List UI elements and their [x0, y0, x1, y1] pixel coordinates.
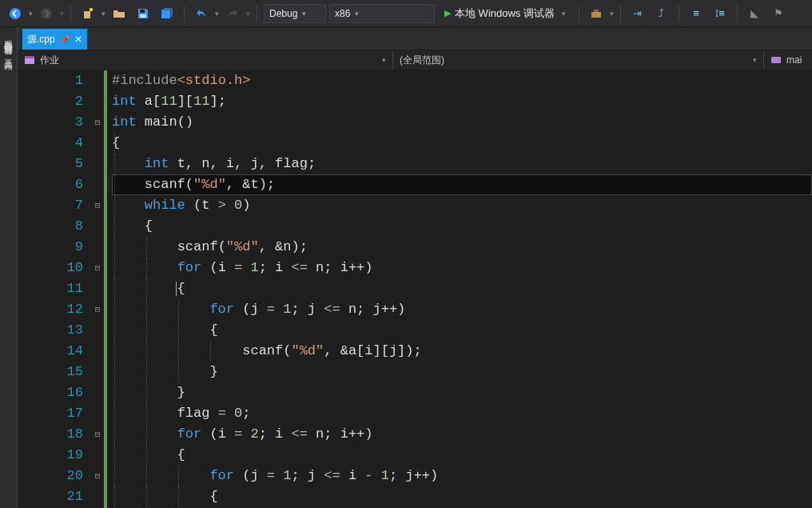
code-line[interactable]: {: [112, 278, 812, 299]
svg-point-0: [10, 8, 21, 19]
svg-rect-4: [140, 10, 145, 13]
code-line[interactable]: int t, n, i, j, flag;: [112, 154, 812, 174]
code-area[interactable]: #include<stdio.h>int a[11][11];int main(…: [107, 70, 812, 508]
fold-toggle: [91, 486, 104, 507]
fold-toggle[interactable]: ⊟: [91, 299, 104, 320]
bookmark-button[interactable]: ◣: [744, 3, 765, 24]
code-line[interactable]: {: [112, 216, 812, 237]
code-line[interactable]: {: [112, 445, 812, 466]
nav-bar: 作业 ▾ (全局范围) ▾ mai: [18, 50, 812, 70]
code-line[interactable]: }: [112, 362, 812, 382]
svg-point-3: [90, 7, 93, 10]
code-editor[interactable]: 123456789101112131415161718192021 ⊟⊟⊟⊟⊟⊟…: [18, 70, 812, 508]
file-tab-source-cpp[interactable]: 源.cpp 📌 ✕: [22, 29, 87, 50]
scope-global-label: (全局范围): [400, 54, 444, 67]
fold-toggle: [91, 403, 104, 424]
platform-label: x86: [335, 8, 350, 19]
fold-toggle: [91, 216, 104, 237]
redo-button[interactable]: [222, 3, 243, 24]
nav-back-button[interactable]: [5, 3, 26, 24]
code-line[interactable]: for (i = 1; i <= n; i++): [112, 258, 812, 278]
toolbox-button[interactable]: [586, 3, 607, 24]
code-line[interactable]: scanf("%d", &a[i][j]);: [112, 341, 812, 362]
code-line[interactable]: }: [112, 382, 812, 403]
code-line[interactable]: scanf("%d", &n);: [112, 237, 812, 258]
code-line[interactable]: for (j = 1; j <= n; j++): [112, 299, 812, 320]
fold-column[interactable]: ⊟⊟⊟⊟⊟⊟: [91, 70, 104, 508]
close-icon[interactable]: ✕: [74, 34, 82, 45]
new-item-button[interactable]: [78, 3, 98, 24]
code-line[interactable]: scanf("%d", &t);: [112, 174, 812, 195]
fold-toggle: [91, 154, 104, 174]
config-dropdown[interactable]: Debug▾: [264, 4, 326, 23]
svg-point-1: [41, 8, 52, 19]
fold-toggle: [91, 174, 104, 195]
text-cursor: [176, 282, 177, 296]
config-label: Debug: [269, 8, 297, 19]
play-icon: ▶: [444, 8, 451, 18]
run-debugger-button[interactable]: ▶本地 Windows 调试器▾: [438, 3, 572, 24]
code-line[interactable]: {: [112, 320, 812, 341]
fold-toggle: [91, 278, 104, 299]
code-line[interactable]: int a[11][11];: [112, 91, 812, 112]
fold-toggle: [91, 91, 104, 112]
code-line[interactable]: {: [112, 133, 812, 154]
fold-toggle: [91, 320, 104, 341]
code-line[interactable]: while (t > 0): [112, 195, 812, 216]
fold-toggle[interactable]: ⊟: [91, 258, 104, 278]
toolbar: ▾ ▾ ▾ ▾ ▾ Debug▾ x86▾ ▶本地 Windows 调试器▾ ▾…: [0, 0, 812, 27]
svg-rect-10: [771, 57, 781, 63]
code-line[interactable]: flag = 0;: [112, 403, 812, 424]
side-tab-server-explorer[interactable]: 服务器资源管理器: [2, 27, 14, 46]
fold-toggle: [91, 341, 104, 362]
nav-forward-button[interactable]: [36, 3, 57, 24]
step-into-button[interactable]: ⇥: [627, 3, 648, 24]
svg-rect-7: [594, 10, 599, 12]
code-line[interactable]: #include<stdio.h>: [112, 70, 812, 91]
flag-button[interactable]: ⚑: [768, 3, 789, 24]
save-button[interactable]: [133, 3, 153, 24]
outdent-button[interactable]: ⁞≡: [710, 3, 730, 24]
open-button[interactable]: [109, 3, 129, 24]
scope-project-label: 作业: [40, 54, 59, 67]
run-label: 本地 Windows 调试器: [455, 6, 555, 21]
fold-toggle: [91, 362, 104, 382]
platform-dropdown[interactable]: x86▾: [329, 4, 435, 23]
project-icon: [24, 54, 35, 66]
file-tab-label: 源.cpp: [27, 33, 55, 46]
function-icon: [770, 54, 782, 66]
svg-rect-2: [84, 11, 90, 18]
scope-project-dropdown[interactable]: 作业 ▾: [18, 50, 393, 70]
undo-button[interactable]: [191, 3, 212, 24]
fold-toggle: [91, 237, 104, 258]
indent-button[interactable]: ≡: [686, 3, 707, 24]
code-line[interactable]: {: [112, 486, 812, 507]
fold-toggle: [91, 70, 104, 91]
svg-rect-5: [140, 14, 146, 18]
side-strip: 服务器资源管理器 工具箱: [0, 27, 18, 508]
fold-toggle[interactable]: ⊟: [91, 112, 104, 133]
svg-rect-9: [25, 56, 34, 58]
code-line[interactable]: for (j = 1; j <= i - 1; j++): [112, 466, 812, 486]
fold-toggle: [91, 133, 104, 154]
code-line[interactable]: int main(): [112, 112, 812, 133]
tab-row: 源.cpp 📌 ✕: [18, 27, 812, 50]
save-all-button[interactable]: [157, 3, 177, 24]
side-tab-toolbox[interactable]: 工具箱: [2, 46, 14, 62]
fold-toggle[interactable]: ⊟: [91, 424, 104, 445]
scope-function-label: mai: [786, 54, 802, 66]
code-line[interactable]: for (i = 2; i <= n; i++): [112, 424, 812, 445]
fold-toggle: [91, 445, 104, 466]
line-number-gutter: 123456789101112131415161718192021: [18, 70, 91, 508]
scope-global-dropdown[interactable]: (全局范围) ▾: [393, 50, 764, 70]
svg-rect-6: [591, 12, 601, 18]
fold-toggle[interactable]: ⊟: [91, 466, 104, 486]
step-over-button[interactable]: ⤴: [651, 3, 672, 24]
pin-icon[interactable]: 📌: [60, 35, 70, 44]
fold-toggle[interactable]: ⊟: [91, 195, 104, 216]
scope-function-dropdown[interactable]: mai: [764, 50, 812, 70]
fold-toggle: [91, 382, 104, 403]
